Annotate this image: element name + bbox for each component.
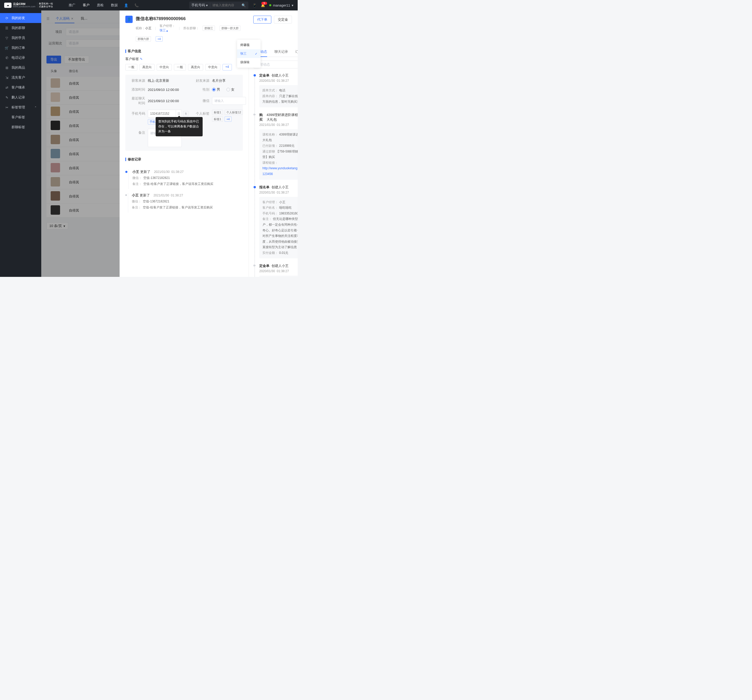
- history-item: 小王 更新了2021/01/30 01:38:27微信：空值-136721828…: [125, 167, 243, 191]
- nav-customer[interactable]: 客户: [83, 3, 90, 8]
- chevron-down-icon: ▾: [292, 3, 294, 7]
- cloud-icon: ☁: [4, 3, 11, 8]
- global-search[interactable]: 手机号码 ▾ 🔍: [189, 2, 248, 9]
- user-menu[interactable]: manager11▾: [269, 3, 294, 7]
- customer-title: 微信名称6789990000966: [136, 16, 250, 22]
- source-label: 获客来源: [129, 78, 145, 83]
- timeline-item: 定金单创建人小王已完成2020/01/30 01:38:27跟单方式：电话跟单内…: [253, 73, 298, 113]
- sidebar-item-groups[interactable]: ☰我的群聊: [0, 23, 41, 33]
- dropdown-option[interactable]: 俱保咏: [237, 58, 261, 67]
- list-icon: ☰: [5, 26, 9, 30]
- grid-icon: ⊞: [5, 66, 9, 70]
- add-time-value: 2021/09/10 12:00:00: [148, 88, 179, 92]
- tag-chip[interactable]: 高意向: [140, 64, 155, 70]
- tag-chip[interactable]: 中意向: [157, 64, 172, 70]
- radio-male[interactable]: 男: [212, 87, 220, 92]
- top-nav: 推广 客户 质检 数据: [69, 3, 118, 8]
- personal-tag-more[interactable]: +4: [225, 117, 232, 122]
- status-dot: [269, 4, 271, 6]
- edit-tags-icon[interactable]: ✎: [140, 57, 143, 61]
- history-item: 小王 更新了2021/01/30 01:38:27微信：空值-136721828…: [125, 191, 243, 215]
- tag-more[interactable]: +4: [222, 64, 232, 70]
- add-time-label: 添加时间: [129, 87, 145, 92]
- sidebar-sub-group-tag[interactable]: 群聊标签: [0, 122, 41, 132]
- nickname-value: 小王: [145, 26, 151, 30]
- group-chip[interactable]: 群聊三: [203, 26, 215, 31]
- personal-tag[interactable]: 标签1: [212, 117, 223, 122]
- bell-icon[interactable]: 🔔: [261, 3, 265, 7]
- phone-label: 手机号码: [129, 111, 145, 116]
- source-value: 线上-北京昱新: [148, 78, 169, 83]
- personal-tag[interactable]: 个人标签12: [225, 110, 243, 115]
- phone-input[interactable]: 13241672152 ☷: [148, 110, 182, 118]
- timeline-item: 定金单创建人小王已取消2020/01/30 01:38:27跟单方式：电话跟单内…: [253, 264, 298, 277]
- search-input[interactable]: [210, 3, 239, 7]
- tag-chip[interactable]: 高意向: [188, 64, 203, 70]
- chevron-up-icon: ⌃: [34, 106, 37, 109]
- copy-icon[interactable]: ⎘: [183, 111, 188, 116]
- chevron-down-icon: ▾: [206, 3, 208, 7]
- wechat-input[interactable]: 请输入: [212, 97, 246, 105]
- out-icon: ⇲: [5, 76, 9, 80]
- friend-label: 好友来源: [194, 78, 210, 83]
- dropdown-option[interactable]: 张三✓: [237, 49, 261, 58]
- profile-icon: 👤: [125, 16, 133, 23]
- search-icon[interactable]: 🔍: [239, 3, 248, 7]
- gender-label: 性别: [194, 87, 210, 92]
- chat-time-value: 2021/09/10 12:00:00: [148, 99, 179, 103]
- sidebar-sub-customer-tag[interactable]: 客户标签: [0, 112, 41, 122]
- brand-sub1: 教育机构一站: [39, 2, 53, 5]
- sidebar-item-call-log[interactable]: ✆电话记录: [0, 53, 41, 63]
- nav-data[interactable]: 数据: [111, 3, 118, 8]
- user-icon[interactable]: 👤: [124, 3, 128, 7]
- logo: ☁ 云朵CRM www.yunduocrm.com 教育机构一站 式服务云平台: [4, 2, 53, 8]
- refresh-icon: ⟳: [5, 16, 9, 20]
- personal-tag-label: 个人标签: [194, 111, 210, 116]
- tag-icon: ✂: [5, 106, 9, 109]
- search-type-select[interactable]: 手机号码 ▾: [189, 3, 210, 8]
- nav-promote[interactable]: 推广: [69, 3, 75, 8]
- check-icon: ✓: [255, 52, 258, 56]
- groups-label: 所在群聊：: [183, 26, 199, 31]
- user-name: manager11: [273, 3, 290, 7]
- tag-chip[interactable]: 中意向: [205, 64, 221, 70]
- sidebar-item-students[interactable]: ▽我的学员: [0, 33, 41, 43]
- personal-tag[interactable]: 标签1: [212, 110, 223, 115]
- section-info-title: 客户信息: [125, 49, 243, 54]
- group-more[interactable]: +4: [155, 36, 163, 42]
- phone-icon[interactable]: 📞: [134, 3, 139, 7]
- radio-female[interactable]: 女: [226, 87, 235, 92]
- rtab-orders[interactable]: 订单记录: [295, 47, 298, 57]
- remark-label: 备注: [129, 130, 145, 135]
- tag-chip[interactable]: 一般: [174, 64, 186, 70]
- manager-select[interactable]: 张三 ▴: [160, 28, 175, 33]
- sidebar-item-products[interactable]: ⊞我的商品: [0, 63, 41, 73]
- rtab-chat[interactable]: 聊天记录: [274, 47, 288, 57]
- topbar: ☁ 云朵CRM www.yunduocrm.com 教育机构一站 式服务云平台 …: [0, 0, 298, 11]
- sidebar-item-delete-log[interactable]: ✎删人记录: [0, 92, 41, 103]
- sidebar-item-friends[interactable]: ⟳我的好友: [0, 13, 41, 23]
- info-grid: 获客来源线上-北京昱新 好友来源名片分享 添加时间2021/09/10 12:0…: [125, 75, 243, 151]
- nickname-label: 昵称：: [136, 26, 145, 30]
- dropdown-option[interactable]: 师馨薇: [237, 41, 261, 49]
- sidebar-item-tags[interactable]: ✂标签管理⌃: [0, 103, 41, 112]
- tag-chip[interactable]: 一般: [125, 64, 137, 70]
- sidebar-item-orders[interactable]: 🛒我的订单: [0, 43, 41, 53]
- filter-icon: ▽: [5, 36, 9, 40]
- sidebar-item-lost[interactable]: ⇲流失客户: [0, 73, 41, 82]
- deposit-button[interactable]: 交定金: [274, 16, 292, 23]
- manager-label: 客户经理：: [160, 24, 175, 28]
- cart-icon: 🛒: [5, 46, 9, 50]
- wechat-label: 微信: [194, 98, 210, 103]
- sidebar-item-inherit[interactable]: ⇄客户继承: [0, 82, 41, 92]
- link[interactable]: http://www.yunduoketang.com/?123456: [263, 166, 298, 176]
- brand-sub2: 式服务云平台: [39, 5, 53, 8]
- top-icons: 👤 📞: [124, 3, 139, 7]
- group-chip[interactable]: 群聊一群大群: [220, 26, 241, 31]
- nav-qc[interactable]: 质检: [97, 3, 104, 8]
- edit-icon: ✎: [5, 96, 9, 100]
- timeline-item: 报名单创建人小王已失败2020/01/30 01:38:27客户经理：小王客户姓…: [253, 185, 298, 264]
- mobile-icon[interactable]: 📱: [252, 3, 257, 7]
- place-order-button[interactable]: 代下单: [253, 16, 271, 23]
- group-chip[interactable]: 群聊六群: [136, 36, 151, 42]
